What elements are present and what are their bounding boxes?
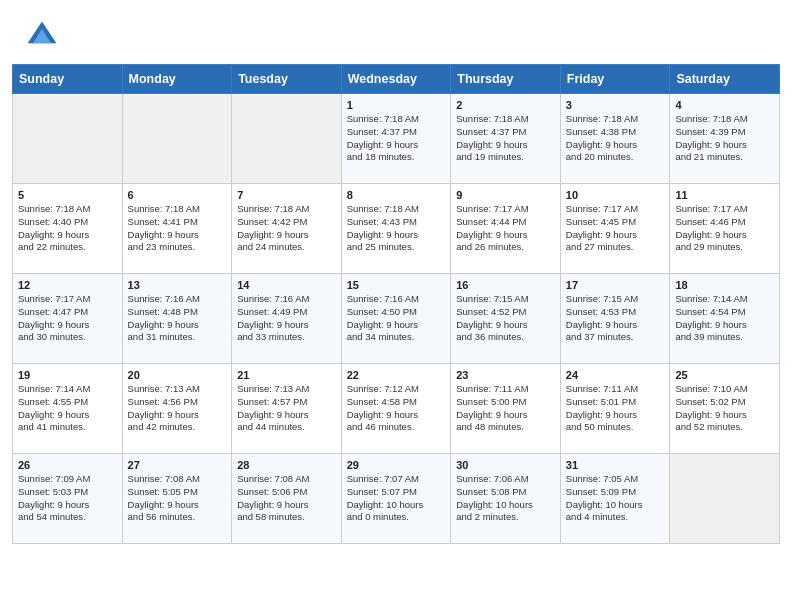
- day-cell: 1Sunrise: 7:18 AM Sunset: 4:37 PM Daylig…: [341, 94, 451, 184]
- column-header-tuesday: Tuesday: [232, 65, 342, 94]
- column-header-thursday: Thursday: [451, 65, 561, 94]
- day-number: 1: [347, 99, 446, 111]
- logo: [24, 18, 66, 54]
- day-number: 29: [347, 459, 446, 471]
- day-info: Sunrise: 7:15 AM Sunset: 4:53 PM Dayligh…: [566, 293, 665, 344]
- day-info: Sunrise: 7:18 AM Sunset: 4:40 PM Dayligh…: [18, 203, 117, 254]
- day-info: Sunrise: 7:12 AM Sunset: 4:58 PM Dayligh…: [347, 383, 446, 434]
- column-header-wednesday: Wednesday: [341, 65, 451, 94]
- day-info: Sunrise: 7:17 AM Sunset: 4:46 PM Dayligh…: [675, 203, 774, 254]
- day-cell: 2Sunrise: 7:18 AM Sunset: 4:37 PM Daylig…: [451, 94, 561, 184]
- day-number: 19: [18, 369, 117, 381]
- day-info: Sunrise: 7:07 AM Sunset: 5:07 PM Dayligh…: [347, 473, 446, 524]
- day-info: Sunrise: 7:18 AM Sunset: 4:41 PM Dayligh…: [128, 203, 227, 254]
- day-cell: 13Sunrise: 7:16 AM Sunset: 4:48 PM Dayli…: [122, 274, 232, 364]
- day-info: Sunrise: 7:18 AM Sunset: 4:39 PM Dayligh…: [675, 113, 774, 164]
- day-number: 18: [675, 279, 774, 291]
- calendar-table: SundayMondayTuesdayWednesdayThursdayFrid…: [12, 64, 780, 544]
- day-cell: 22Sunrise: 7:12 AM Sunset: 4:58 PM Dayli…: [341, 364, 451, 454]
- header: [0, 0, 792, 64]
- day-number: 20: [128, 369, 227, 381]
- day-info: Sunrise: 7:18 AM Sunset: 4:37 PM Dayligh…: [456, 113, 555, 164]
- day-info: Sunrise: 7:14 AM Sunset: 4:54 PM Dayligh…: [675, 293, 774, 344]
- day-info: Sunrise: 7:15 AM Sunset: 4:52 PM Dayligh…: [456, 293, 555, 344]
- day-number: 21: [237, 369, 336, 381]
- day-info: Sunrise: 7:14 AM Sunset: 4:55 PM Dayligh…: [18, 383, 117, 434]
- day-number: 12: [18, 279, 117, 291]
- day-info: Sunrise: 7:17 AM Sunset: 4:45 PM Dayligh…: [566, 203, 665, 254]
- day-info: Sunrise: 7:18 AM Sunset: 4:38 PM Dayligh…: [566, 113, 665, 164]
- day-number: 5: [18, 189, 117, 201]
- calendar-header: SundayMondayTuesdayWednesdayThursdayFrid…: [13, 65, 780, 94]
- day-cell: 12Sunrise: 7:17 AM Sunset: 4:47 PM Dayli…: [13, 274, 123, 364]
- day-number: 10: [566, 189, 665, 201]
- day-number: 27: [128, 459, 227, 471]
- day-cell: 4Sunrise: 7:18 AM Sunset: 4:39 PM Daylig…: [670, 94, 780, 184]
- column-header-monday: Monday: [122, 65, 232, 94]
- header-row: SundayMondayTuesdayWednesdayThursdayFrid…: [13, 65, 780, 94]
- day-number: 13: [128, 279, 227, 291]
- column-header-saturday: Saturday: [670, 65, 780, 94]
- day-number: 3: [566, 99, 665, 111]
- day-number: 30: [456, 459, 555, 471]
- day-info: Sunrise: 7:18 AM Sunset: 4:42 PM Dayligh…: [237, 203, 336, 254]
- day-number: 15: [347, 279, 446, 291]
- page: SundayMondayTuesdayWednesdayThursdayFrid…: [0, 0, 792, 556]
- day-number: 11: [675, 189, 774, 201]
- day-cell: [122, 94, 232, 184]
- day-number: 6: [128, 189, 227, 201]
- calendar: SundayMondayTuesdayWednesdayThursdayFrid…: [0, 64, 792, 556]
- day-number: 9: [456, 189, 555, 201]
- day-info: Sunrise: 7:16 AM Sunset: 4:50 PM Dayligh…: [347, 293, 446, 344]
- day-info: Sunrise: 7:17 AM Sunset: 4:47 PM Dayligh…: [18, 293, 117, 344]
- day-cell: 3Sunrise: 7:18 AM Sunset: 4:38 PM Daylig…: [560, 94, 670, 184]
- day-number: 31: [566, 459, 665, 471]
- day-cell: 30Sunrise: 7:06 AM Sunset: 5:08 PM Dayli…: [451, 454, 561, 544]
- week-row-0: 1Sunrise: 7:18 AM Sunset: 4:37 PM Daylig…: [13, 94, 780, 184]
- day-cell: 16Sunrise: 7:15 AM Sunset: 4:52 PM Dayli…: [451, 274, 561, 364]
- day-number: 22: [347, 369, 446, 381]
- day-number: 17: [566, 279, 665, 291]
- column-header-sunday: Sunday: [13, 65, 123, 94]
- day-cell: 7Sunrise: 7:18 AM Sunset: 4:42 PM Daylig…: [232, 184, 342, 274]
- day-info: Sunrise: 7:13 AM Sunset: 4:57 PM Dayligh…: [237, 383, 336, 434]
- column-header-friday: Friday: [560, 65, 670, 94]
- day-cell: 28Sunrise: 7:08 AM Sunset: 5:06 PM Dayli…: [232, 454, 342, 544]
- day-info: Sunrise: 7:17 AM Sunset: 4:44 PM Dayligh…: [456, 203, 555, 254]
- day-cell: 5Sunrise: 7:18 AM Sunset: 4:40 PM Daylig…: [13, 184, 123, 274]
- day-info: Sunrise: 7:10 AM Sunset: 5:02 PM Dayligh…: [675, 383, 774, 434]
- day-info: Sunrise: 7:05 AM Sunset: 5:09 PM Dayligh…: [566, 473, 665, 524]
- week-row-4: 26Sunrise: 7:09 AM Sunset: 5:03 PM Dayli…: [13, 454, 780, 544]
- day-cell: 18Sunrise: 7:14 AM Sunset: 4:54 PM Dayli…: [670, 274, 780, 364]
- day-cell: 8Sunrise: 7:18 AM Sunset: 4:43 PM Daylig…: [341, 184, 451, 274]
- day-cell: 29Sunrise: 7:07 AM Sunset: 5:07 PM Dayli…: [341, 454, 451, 544]
- day-cell: 21Sunrise: 7:13 AM Sunset: 4:57 PM Dayli…: [232, 364, 342, 454]
- day-cell: 31Sunrise: 7:05 AM Sunset: 5:09 PM Dayli…: [560, 454, 670, 544]
- day-number: 8: [347, 189, 446, 201]
- day-number: 14: [237, 279, 336, 291]
- day-cell: 17Sunrise: 7:15 AM Sunset: 4:53 PM Dayli…: [560, 274, 670, 364]
- week-row-3: 19Sunrise: 7:14 AM Sunset: 4:55 PM Dayli…: [13, 364, 780, 454]
- day-number: 28: [237, 459, 336, 471]
- day-info: Sunrise: 7:09 AM Sunset: 5:03 PM Dayligh…: [18, 473, 117, 524]
- day-number: 2: [456, 99, 555, 111]
- day-number: 24: [566, 369, 665, 381]
- day-number: 7: [237, 189, 336, 201]
- day-cell: 10Sunrise: 7:17 AM Sunset: 4:45 PM Dayli…: [560, 184, 670, 274]
- calendar-body: 1Sunrise: 7:18 AM Sunset: 4:37 PM Daylig…: [13, 94, 780, 544]
- day-cell: 19Sunrise: 7:14 AM Sunset: 4:55 PM Dayli…: [13, 364, 123, 454]
- day-info: Sunrise: 7:08 AM Sunset: 5:06 PM Dayligh…: [237, 473, 336, 524]
- day-number: 23: [456, 369, 555, 381]
- day-number: 26: [18, 459, 117, 471]
- week-row-2: 12Sunrise: 7:17 AM Sunset: 4:47 PM Dayli…: [13, 274, 780, 364]
- day-info: Sunrise: 7:11 AM Sunset: 5:00 PM Dayligh…: [456, 383, 555, 434]
- day-info: Sunrise: 7:18 AM Sunset: 4:43 PM Dayligh…: [347, 203, 446, 254]
- day-cell: [670, 454, 780, 544]
- day-cell: 23Sunrise: 7:11 AM Sunset: 5:00 PM Dayli…: [451, 364, 561, 454]
- day-cell: [13, 94, 123, 184]
- week-row-1: 5Sunrise: 7:18 AM Sunset: 4:40 PM Daylig…: [13, 184, 780, 274]
- day-cell: 25Sunrise: 7:10 AM Sunset: 5:02 PM Dayli…: [670, 364, 780, 454]
- day-number: 16: [456, 279, 555, 291]
- day-info: Sunrise: 7:13 AM Sunset: 4:56 PM Dayligh…: [128, 383, 227, 434]
- day-number: 4: [675, 99, 774, 111]
